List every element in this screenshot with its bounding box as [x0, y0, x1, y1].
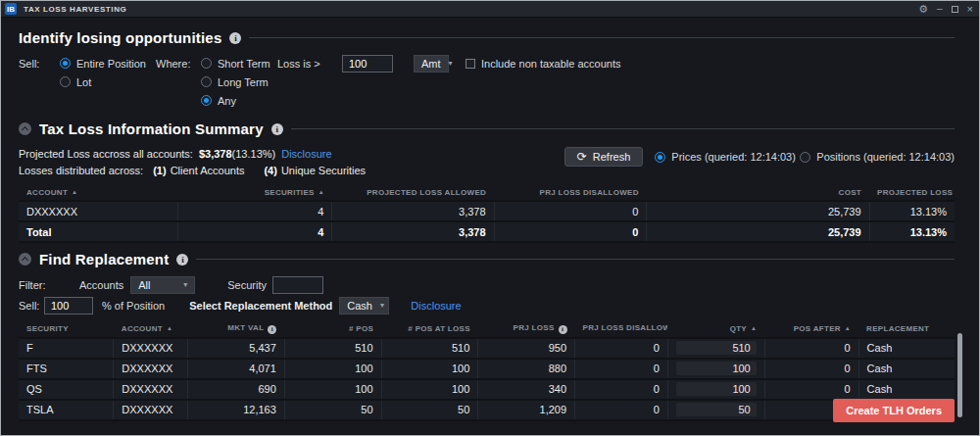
settings-gear-icon[interactable]: ⚙ — [918, 4, 928, 14]
qty-input[interactable]: 50 — [676, 403, 757, 416]
cell: 510 — [381, 338, 478, 359]
info-icon[interactable]: i — [271, 123, 283, 135]
qty-input[interactable]: 100 — [676, 382, 757, 396]
refresh-button[interactable]: ⟳ Refresh — [564, 147, 644, 167]
column-header[interactable]: MKT VALi — [188, 320, 285, 338]
sort-asc-icon: ▲ — [72, 189, 77, 195]
radio-icon — [800, 152, 810, 163]
vertical-scrollbar[interactable] — [957, 333, 962, 417]
summary-table: ACCOUNT▲SECURITIES▲PROJECTED LOSS ALLOWE… — [19, 185, 955, 243]
column-header[interactable]: SECURITIES▲ — [177, 185, 332, 201]
radio-short-term[interactable]: Short Term — [201, 58, 277, 70]
loss-threshold-input[interactable] — [342, 55, 393, 73]
cell: DXXXXXX — [114, 400, 188, 420]
column-header[interactable]: PROJECTED LOSS ALLOWED — [332, 185, 494, 201]
cell: 100 — [667, 359, 764, 379]
cell: 3,378 — [332, 221, 494, 242]
collapse-icon[interactable] — [19, 253, 31, 266]
tax-loss-harvesting-window: IB TAX LOSS HARVESTING ⚙ – × Identify lo… — [0, 0, 980, 436]
disclosure-link[interactable]: Disclosure — [281, 148, 331, 160]
cell: 4 — [177, 201, 332, 221]
section-divider — [291, 128, 955, 129]
minimize-icon[interactable]: – — [937, 4, 943, 14]
collapse-icon[interactable] — [19, 122, 31, 135]
sell-pct-input[interactable] — [44, 297, 93, 315]
loss-unit-dropdown[interactable]: Amt ▾ — [414, 55, 449, 73]
radio-any[interactable]: Any — [201, 95, 277, 107]
info-icon[interactable]: i — [559, 325, 567, 334]
pct-of-position-label: % of Position — [102, 300, 165, 312]
column-header[interactable]: PROJECTED LOSS % — [869, 185, 955, 201]
checkbox-icon — [466, 59, 475, 69]
cell: 0 — [575, 338, 668, 359]
radio-icon — [201, 76, 212, 87]
chevron-down-icon: ▾ — [183, 280, 187, 289]
radio-positions-queried[interactable]: Positions (queried: 12:14:03) — [800, 147, 955, 167]
replacement-table: SECURITYACCOUNT▲MKT VALi# POS# POS AT LO… — [19, 320, 955, 421]
column-header[interactable]: REPLACEMENT — [858, 320, 955, 338]
sort-asc-icon: ▲ — [751, 325, 757, 331]
column-header[interactable]: SECURITY — [19, 320, 114, 338]
radio-long-term[interactable]: Long Term — [201, 76, 277, 88]
include-non-taxable-checkbox[interactable]: Include non taxable accounts — [466, 58, 621, 70]
cell: 340 — [478, 379, 575, 400]
qty-input[interactable]: 100 — [676, 362, 757, 375]
table-row[interactable]: FDXXXXXX5,43751051095005100Cash — [19, 338, 955, 359]
accounts-dropdown[interactable]: All ▾ — [130, 276, 195, 294]
table-row[interactable]: FTSDXXXXXX4,07110010088001000Cash — [19, 359, 955, 379]
info-icon[interactable]: i — [268, 325, 276, 334]
table-row[interactable]: QSDXXXXXX69010010034001000Cash — [19, 379, 955, 400]
column-header[interactable]: PRJ LOSS DISALLOWEDi — [575, 320, 668, 338]
maximize-icon[interactable] — [952, 6, 958, 13]
column-header[interactable]: PRJ LOSS DISALLOWED — [494, 185, 647, 201]
cell: Cash — [858, 338, 955, 359]
column-header[interactable]: ACCOUNT▲ — [114, 320, 188, 338]
cell: 0 — [764, 379, 858, 400]
security-filter-input[interactable] — [272, 276, 323, 294]
cell: FTS — [19, 359, 114, 379]
cell: 25,739 — [647, 201, 869, 221]
cell: 12,163 — [188, 400, 285, 420]
radio-lot[interactable]: Lot — [60, 76, 156, 88]
chevron-down-icon: ▾ — [380, 301, 384, 310]
where-label: Where: — [156, 58, 193, 70]
cell: 880 — [478, 359, 575, 379]
cell: DXXXXXX — [114, 338, 188, 359]
column-header[interactable]: COST — [647, 185, 869, 201]
section-divider — [196, 259, 955, 260]
cell: 0 — [575, 400, 668, 420]
cell: 100 — [284, 379, 381, 400]
column-header[interactable]: # POS — [284, 320, 381, 338]
identify-form: Sell: Entire Position Where: Short Term … — [19, 54, 955, 110]
column-header[interactable]: POS AFTER▲ — [764, 320, 858, 338]
close-icon[interactable]: × — [967, 4, 973, 14]
replacement-method-dropdown[interactable]: Cash ▾ — [339, 297, 389, 315]
info-icon[interactable]: i — [229, 32, 241, 44]
column-header[interactable]: PRJ LOSSi — [478, 320, 575, 338]
cell: Cash — [858, 379, 955, 400]
projected-loss-label: Projected Loss accross all accounts: — [19, 148, 193, 160]
table-row[interactable]: DXXXXXX43,378025,73913.13% — [19, 201, 955, 221]
radio-prices-queried[interactable]: Prices (queried: 12:14:03) — [655, 147, 796, 167]
cell: 5,437 — [188, 338, 285, 359]
qty-input[interactable]: 510 — [676, 341, 757, 355]
column-header[interactable]: ACCOUNT▲ — [19, 185, 177, 201]
identify-title: Identify losing opportunities — [19, 29, 221, 46]
column-header[interactable]: QTY▲ — [667, 320, 764, 338]
cell: 0 — [764, 359, 858, 379]
sort-asc-icon: ▲ — [318, 189, 324, 195]
cell: DXXXXXX — [114, 379, 188, 400]
radio-entire-position[interactable]: Entire Position — [60, 58, 156, 70]
sort-asc-icon: ▲ — [167, 325, 172, 331]
cell: 0 — [575, 379, 668, 400]
create-tlh-orders-button[interactable]: Create TLH Orders — [833, 399, 955, 422]
cell: 13.13% — [869, 221, 955, 242]
cell: 100 — [667, 379, 764, 400]
table-row[interactable]: TSLADXXXXXX12,16350501,2090500Cash — [19, 400, 955, 420]
info-icon[interactable]: i — [176, 254, 188, 266]
column-header[interactable]: # POS AT LOSS — [381, 320, 478, 338]
disclosure-link[interactable]: Disclosure — [411, 300, 461, 312]
cell: Cash — [858, 359, 955, 379]
cell: DXXXXXX — [19, 201, 177, 221]
titlebar: IB TAX LOSS HARVESTING ⚙ – × — [1, 1, 979, 18]
